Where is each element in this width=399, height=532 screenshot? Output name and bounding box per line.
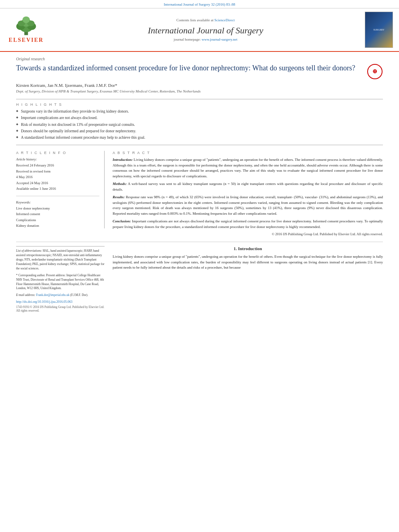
sciencedirect-link[interactable]: ScienceDirect bbox=[214, 18, 234, 22]
citation-text: International Journal of Surgery 32 (201… bbox=[164, 2, 235, 6]
introduction-main: 1. Introduction Living kidney donors com… bbox=[113, 246, 383, 312]
publisher-logo-area: ELSEVIER bbox=[4, 12, 48, 48]
section-divider bbox=[16, 242, 383, 242]
keywords-label: Keywords: bbox=[16, 200, 99, 204]
corresponding-footnote: * Corresponding author. Present address:… bbox=[16, 273, 105, 291]
abstract-copyright: © 2016 IJS Publishing Group Ltd. Publish… bbox=[113, 232, 383, 236]
keyword-item: Kidney donation bbox=[16, 223, 99, 228]
contents-line: Contents lists available at ScienceDirec… bbox=[177, 18, 235, 22]
article-title-text: Towards a standardized informed consent … bbox=[16, 64, 367, 73]
corresponding-label: * Corresponding author. bbox=[16, 273, 45, 277]
abbrev-label: List of abbreviations: bbox=[16, 249, 42, 253]
svg-text:⊕: ⊕ bbox=[372, 68, 377, 74]
highlight-item: Important complications are not always d… bbox=[16, 115, 383, 121]
email-link[interactable]: Frank.dor@imperial.nhs.uk bbox=[36, 293, 70, 297]
article-info-column: A R T I C L E I N F O Article history: R… bbox=[16, 151, 105, 236]
highlights-label: H I G H L I G H T S bbox=[16, 103, 383, 107]
history-label: Article history: bbox=[16, 157, 99, 161]
homepage-url[interactable]: www.journal-surgery.net bbox=[202, 37, 237, 41]
abstract-methods-para: Methods: A web-based survey was sent to … bbox=[113, 181, 383, 192]
highlight-item: Donors should be optimally informed and … bbox=[16, 129, 383, 134]
divider bbox=[16, 196, 99, 196]
article-title-area: Towards a standardized informed consent … bbox=[16, 64, 383, 80]
article-history-block: Article history: Received 24 February 20… bbox=[16, 157, 99, 191]
email-label: E-mail address: bbox=[16, 293, 35, 297]
journal-homepage: journal homepage: www.journal-surgery.ne… bbox=[174, 37, 238, 41]
affiliation: Dept. of Surgery, Division of HPB & Tran… bbox=[16, 89, 383, 93]
highlight-item: Surgeons vary in the information they pr… bbox=[16, 109, 383, 114]
highlights-section: H I G H L I G H T S Surgeons vary in the… bbox=[16, 99, 383, 145]
article-info-section: A R T I C L E I N F O Article history: R… bbox=[16, 151, 105, 228]
svg-point-7 bbox=[23, 16, 30, 23]
elsevier-brand-text: ELSEVIER bbox=[9, 37, 44, 43]
available-date: Available online 1 June 2016 bbox=[16, 186, 99, 191]
journal-title: International Journal of Surgery bbox=[148, 25, 263, 36]
authors: Kirsten Kortram, Jan N.M. Ijzermans, Fra… bbox=[16, 83, 383, 88]
revised-date: 4 May 2016 bbox=[16, 174, 99, 180]
abstract-section: A B S T R A C T Introduction: Living kid… bbox=[113, 151, 383, 236]
highlight-item: A standardized format informed consent p… bbox=[16, 135, 383, 140]
doi-link[interactable]: http://dx.doi.org/10.1016/j.ijsu.2016.05… bbox=[16, 300, 105, 304]
intro-text: Living kidney donors comprise a unique g… bbox=[113, 158, 383, 178]
conclusion-label: Conclusion: bbox=[113, 219, 131, 223]
revised-label: Received in revised form bbox=[16, 168, 99, 174]
abstract-intro-para: Introduction: Living kidney donors compr… bbox=[113, 157, 383, 179]
keywords-list: Live donor nephrectomy Informed consent … bbox=[16, 205, 99, 229]
email-footnote: E-mail address: Frank.dor@imperial.nhs.u… bbox=[16, 293, 105, 298]
abstract-conclusion-para: Conclusion: Important complications are … bbox=[113, 219, 383, 230]
results-text: Response rate was 98% (n = 49), of which… bbox=[113, 195, 383, 216]
conclusion-text: Important complications are not always d… bbox=[113, 219, 383, 229]
journal-cover-area: SURGERY bbox=[363, 12, 395, 48]
keyword-item: Live donor nephrectomy bbox=[16, 205, 99, 211]
keyword-item: Complications bbox=[16, 217, 99, 223]
article-info-label: A R T I C L E I N F O bbox=[16, 151, 99, 155]
methods-text: A web-based survey was sent to all kidne… bbox=[113, 182, 383, 191]
introduction-section: List of abbreviations: HAL, hand assiste… bbox=[16, 246, 383, 312]
email-suffix: (F.J.M.F. Dor). bbox=[70, 293, 88, 297]
received-date: Received 24 February 2016 bbox=[16, 162, 99, 168]
abstract-results-para: Results: Response rate was 98% (n = 49),… bbox=[113, 195, 383, 216]
keywords-block: Keywords: Live donor nephrectomy Informe… bbox=[16, 200, 99, 229]
abstract-label: A B S T R A C T bbox=[113, 151, 383, 155]
article-dates: Received 24 February 2016 Received in re… bbox=[16, 162, 99, 191]
intro-paragraph: Living kidney donors comprise a unique g… bbox=[113, 254, 383, 271]
highlights-list: Surgeons vary in the information they pr… bbox=[16, 109, 383, 140]
intro-label: Introduction: bbox=[113, 158, 133, 162]
footnotes-column: List of abbreviations: HAL, hand assiste… bbox=[16, 246, 105, 312]
accepted-date: Accepted 24 May 2016 bbox=[16, 180, 99, 186]
page-wrapper: International Journal of Surgery 32 (201… bbox=[0, 0, 399, 317]
article-type: Original research bbox=[16, 57, 383, 61]
issn-line: 1743-9191/© 2016 IJS Publishing Group Lt… bbox=[16, 305, 105, 312]
journal-info-center: Contents lists available at ScienceDirec… bbox=[52, 12, 359, 48]
results-label: Results: bbox=[113, 195, 125, 199]
abbreviations-footnote: List of abbreviations: HAL, hand assiste… bbox=[16, 249, 105, 271]
journal-cover-image: SURGERY bbox=[365, 12, 393, 48]
elsevier-tree-icon bbox=[12, 16, 40, 36]
keyword-item: Informed consent bbox=[16, 211, 99, 217]
top-citation: International Journal of Surgery 32 (201… bbox=[0, 0, 399, 8]
article-info-abstract-area: A R T I C L E I N F O Article history: R… bbox=[16, 151, 383, 236]
crossmark-icon: ⊕ bbox=[367, 64, 383, 80]
journal-header: ELSEVIER Contents lists available at Sci… bbox=[0, 8, 399, 52]
methods-label: Methods: bbox=[113, 182, 127, 186]
main-content: Original research Towards a standardized… bbox=[0, 52, 399, 317]
abstract-column: A B S T R A C T Introduction: Living kid… bbox=[113, 151, 383, 236]
highlight-item: Risk of mortality is not disclosed in 13… bbox=[16, 122, 383, 127]
elsevier-logo: ELSEVIER bbox=[9, 16, 44, 43]
intro-section-title: 1. Introduction bbox=[113, 246, 383, 251]
